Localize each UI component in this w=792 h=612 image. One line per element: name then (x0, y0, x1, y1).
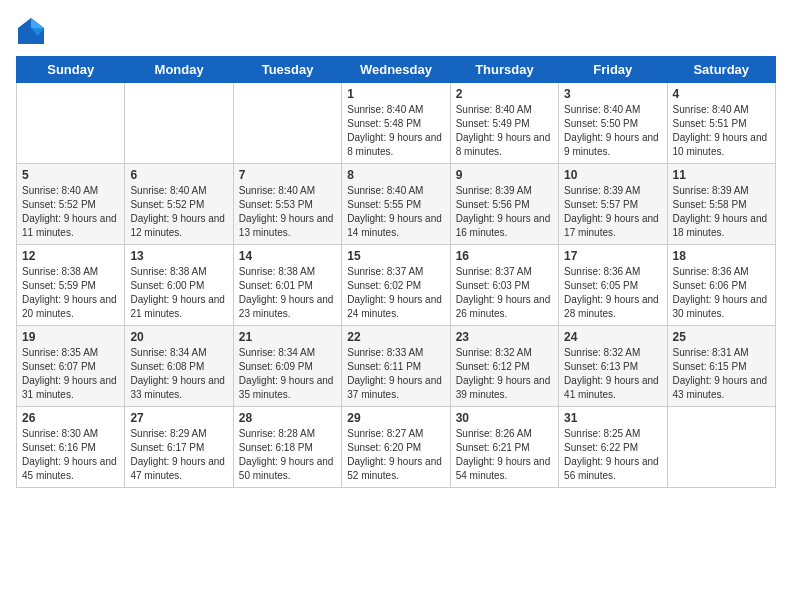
day-info: Sunrise: 8:40 AM Sunset: 5:51 PM Dayligh… (673, 103, 770, 159)
day-number: 16 (456, 249, 553, 263)
day-number: 22 (347, 330, 444, 344)
calendar-cell: 8Sunrise: 8:40 AM Sunset: 5:55 PM Daylig… (342, 164, 450, 245)
day-info: Sunrise: 8:31 AM Sunset: 6:15 PM Dayligh… (673, 346, 770, 402)
calendar-table: SundayMondayTuesdayWednesdayThursdayFrid… (16, 56, 776, 488)
weekday-header-monday: Monday (125, 57, 233, 83)
calendar-cell: 10Sunrise: 8:39 AM Sunset: 5:57 PM Dayli… (559, 164, 667, 245)
calendar-cell: 6Sunrise: 8:40 AM Sunset: 5:52 PM Daylig… (125, 164, 233, 245)
day-info: Sunrise: 8:40 AM Sunset: 5:48 PM Dayligh… (347, 103, 444, 159)
day-info: Sunrise: 8:40 AM Sunset: 5:50 PM Dayligh… (564, 103, 661, 159)
svg-marker-1 (31, 18, 44, 28)
week-row-3: 19Sunrise: 8:35 AM Sunset: 6:07 PM Dayli… (17, 326, 776, 407)
calendar-cell: 29Sunrise: 8:27 AM Sunset: 6:20 PM Dayli… (342, 407, 450, 488)
day-number: 9 (456, 168, 553, 182)
day-number: 2 (456, 87, 553, 101)
day-number: 7 (239, 168, 336, 182)
day-number: 27 (130, 411, 227, 425)
day-number: 29 (347, 411, 444, 425)
weekday-header-thursday: Thursday (450, 57, 558, 83)
day-number: 20 (130, 330, 227, 344)
calendar-cell: 21Sunrise: 8:34 AM Sunset: 6:09 PM Dayli… (233, 326, 341, 407)
calendar-cell: 22Sunrise: 8:33 AM Sunset: 6:11 PM Dayli… (342, 326, 450, 407)
logo-icon (16, 16, 46, 46)
calendar-cell: 17Sunrise: 8:36 AM Sunset: 6:05 PM Dayli… (559, 245, 667, 326)
day-info: Sunrise: 8:34 AM Sunset: 6:09 PM Dayligh… (239, 346, 336, 402)
day-number: 24 (564, 330, 661, 344)
day-number: 5 (22, 168, 119, 182)
day-info: Sunrise: 8:32 AM Sunset: 6:12 PM Dayligh… (456, 346, 553, 402)
day-number: 25 (673, 330, 770, 344)
weekday-header-row: SundayMondayTuesdayWednesdayThursdayFrid… (17, 57, 776, 83)
day-info: Sunrise: 8:37 AM Sunset: 6:03 PM Dayligh… (456, 265, 553, 321)
weekday-header-wednesday: Wednesday (342, 57, 450, 83)
day-number: 13 (130, 249, 227, 263)
day-info: Sunrise: 8:40 AM Sunset: 5:55 PM Dayligh… (347, 184, 444, 240)
calendar-cell: 19Sunrise: 8:35 AM Sunset: 6:07 PM Dayli… (17, 326, 125, 407)
calendar-cell: 5Sunrise: 8:40 AM Sunset: 5:52 PM Daylig… (17, 164, 125, 245)
day-number: 3 (564, 87, 661, 101)
calendar-cell: 27Sunrise: 8:29 AM Sunset: 6:17 PM Dayli… (125, 407, 233, 488)
calendar-cell: 25Sunrise: 8:31 AM Sunset: 6:15 PM Dayli… (667, 326, 775, 407)
day-number: 11 (673, 168, 770, 182)
day-info: Sunrise: 8:26 AM Sunset: 6:21 PM Dayligh… (456, 427, 553, 483)
day-number: 4 (673, 87, 770, 101)
header (16, 16, 776, 46)
week-row-2: 12Sunrise: 8:38 AM Sunset: 5:59 PM Dayli… (17, 245, 776, 326)
day-number: 18 (673, 249, 770, 263)
weekday-header-tuesday: Tuesday (233, 57, 341, 83)
day-number: 30 (456, 411, 553, 425)
day-number: 10 (564, 168, 661, 182)
day-info: Sunrise: 8:38 AM Sunset: 6:01 PM Dayligh… (239, 265, 336, 321)
day-info: Sunrise: 8:37 AM Sunset: 6:02 PM Dayligh… (347, 265, 444, 321)
day-number: 19 (22, 330, 119, 344)
calendar-cell: 7Sunrise: 8:40 AM Sunset: 5:53 PM Daylig… (233, 164, 341, 245)
day-info: Sunrise: 8:40 AM Sunset: 5:52 PM Dayligh… (22, 184, 119, 240)
day-info: Sunrise: 8:30 AM Sunset: 6:16 PM Dayligh… (22, 427, 119, 483)
calendar-cell: 20Sunrise: 8:34 AM Sunset: 6:08 PM Dayli… (125, 326, 233, 407)
calendar-cell: 9Sunrise: 8:39 AM Sunset: 5:56 PM Daylig… (450, 164, 558, 245)
day-info: Sunrise: 8:36 AM Sunset: 6:06 PM Dayligh… (673, 265, 770, 321)
calendar-cell: 3Sunrise: 8:40 AM Sunset: 5:50 PM Daylig… (559, 83, 667, 164)
day-info: Sunrise: 8:36 AM Sunset: 6:05 PM Dayligh… (564, 265, 661, 321)
day-info: Sunrise: 8:33 AM Sunset: 6:11 PM Dayligh… (347, 346, 444, 402)
day-info: Sunrise: 8:35 AM Sunset: 6:07 PM Dayligh… (22, 346, 119, 402)
day-info: Sunrise: 8:32 AM Sunset: 6:13 PM Dayligh… (564, 346, 661, 402)
day-info: Sunrise: 8:39 AM Sunset: 5:58 PM Dayligh… (673, 184, 770, 240)
day-info: Sunrise: 8:27 AM Sunset: 6:20 PM Dayligh… (347, 427, 444, 483)
day-number: 17 (564, 249, 661, 263)
day-info: Sunrise: 8:25 AM Sunset: 6:22 PM Dayligh… (564, 427, 661, 483)
day-number: 6 (130, 168, 227, 182)
day-info: Sunrise: 8:29 AM Sunset: 6:17 PM Dayligh… (130, 427, 227, 483)
calendar-cell: 31Sunrise: 8:25 AM Sunset: 6:22 PM Dayli… (559, 407, 667, 488)
calendar-cell: 16Sunrise: 8:37 AM Sunset: 6:03 PM Dayli… (450, 245, 558, 326)
weekday-header-sunday: Sunday (17, 57, 125, 83)
day-number: 12 (22, 249, 119, 263)
calendar-cell: 11Sunrise: 8:39 AM Sunset: 5:58 PM Dayli… (667, 164, 775, 245)
calendar-cell: 15Sunrise: 8:37 AM Sunset: 6:02 PM Dayli… (342, 245, 450, 326)
calendar-cell: 1Sunrise: 8:40 AM Sunset: 5:48 PM Daylig… (342, 83, 450, 164)
calendar-cell: 24Sunrise: 8:32 AM Sunset: 6:13 PM Dayli… (559, 326, 667, 407)
day-number: 28 (239, 411, 336, 425)
day-number: 15 (347, 249, 444, 263)
day-number: 8 (347, 168, 444, 182)
day-info: Sunrise: 8:39 AM Sunset: 5:56 PM Dayligh… (456, 184, 553, 240)
logo (16, 16, 50, 46)
calendar-cell: 13Sunrise: 8:38 AM Sunset: 6:00 PM Dayli… (125, 245, 233, 326)
day-info: Sunrise: 8:40 AM Sunset: 5:52 PM Dayligh… (130, 184, 227, 240)
calendar-cell: 14Sunrise: 8:38 AM Sunset: 6:01 PM Dayli… (233, 245, 341, 326)
calendar-cell: 23Sunrise: 8:32 AM Sunset: 6:12 PM Dayli… (450, 326, 558, 407)
calendar-cell: 18Sunrise: 8:36 AM Sunset: 6:06 PM Dayli… (667, 245, 775, 326)
day-number: 26 (22, 411, 119, 425)
day-number: 31 (564, 411, 661, 425)
week-row-4: 26Sunrise: 8:30 AM Sunset: 6:16 PM Dayli… (17, 407, 776, 488)
calendar-cell: 4Sunrise: 8:40 AM Sunset: 5:51 PM Daylig… (667, 83, 775, 164)
day-info: Sunrise: 8:34 AM Sunset: 6:08 PM Dayligh… (130, 346, 227, 402)
calendar-cell (667, 407, 775, 488)
calendar-cell: 26Sunrise: 8:30 AM Sunset: 6:16 PM Dayli… (17, 407, 125, 488)
day-info: Sunrise: 8:40 AM Sunset: 5:53 PM Dayligh… (239, 184, 336, 240)
calendar-cell: 28Sunrise: 8:28 AM Sunset: 6:18 PM Dayli… (233, 407, 341, 488)
weekday-header-friday: Friday (559, 57, 667, 83)
day-number: 21 (239, 330, 336, 344)
calendar-cell: 30Sunrise: 8:26 AM Sunset: 6:21 PM Dayli… (450, 407, 558, 488)
page: SundayMondayTuesdayWednesdayThursdayFrid… (0, 0, 792, 612)
